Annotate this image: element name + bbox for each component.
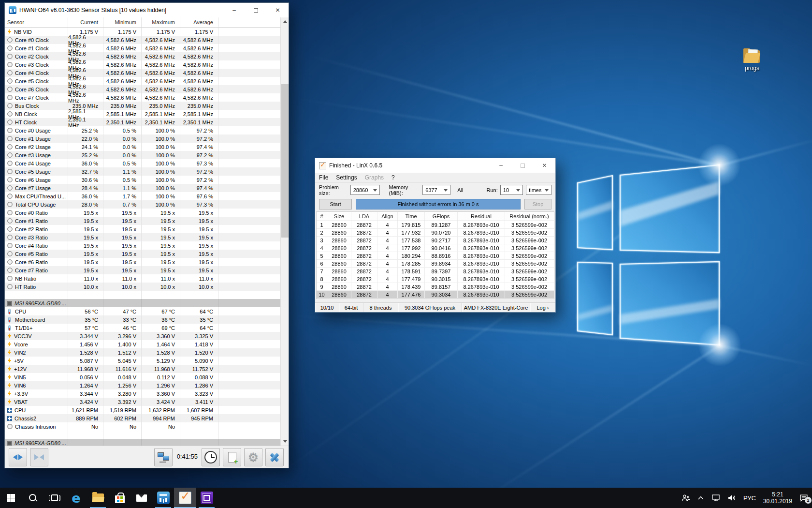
desktop-icon-progs[interactable]: progs <box>733 48 771 72</box>
log-link[interactable]: Log › <box>530 303 555 312</box>
sensor-row[interactable]: VBAT3.424 V3.392 V3.424 V3.411 V <box>5 398 281 406</box>
speaker-icon[interactable] <box>727 494 736 502</box>
sensor-row[interactable]: VIN50.056 V0.048 V0.112 V0.088 V <box>5 373 281 381</box>
taskbar-item-explorer[interactable] <box>87 488 109 508</box>
sensor-row[interactable]: Core #2 Ratio19.5 x19.5 x19.5 x19.5 x <box>5 225 281 233</box>
start-button[interactable] <box>0 488 22 508</box>
sensor-row[interactable]: Core #2 Clock4,582.6 MHz4,582.6 MHz4,582… <box>5 52 281 60</box>
menu-graphs[interactable]: Graphs <box>361 174 388 181</box>
sensor-row[interactable]: Core #5 Usage32.7 %1.1 %100.0 %97.2 % <box>5 167 281 176</box>
sensor-row[interactable]: Core #1 Clock4,582.6 MHz4,582.6 MHz4,582… <box>5 44 281 52</box>
scroll-up-icon[interactable] <box>281 17 289 26</box>
sensor-row[interactable]: CPU56 °C47 °C67 °C64 °C <box>5 307 281 315</box>
minimize-icon[interactable]: – <box>490 158 512 173</box>
network-icon[interactable] <box>711 494 720 502</box>
maximize-icon[interactable] <box>245 3 267 17</box>
stop-button[interactable]: Stop <box>524 199 551 209</box>
scrollbar-thumb[interactable] <box>281 84 289 238</box>
result-row[interactable]: 1028860288724177.47690.30348.267893e-010… <box>317 291 554 299</box>
sensor-row[interactable]: Core #1 Ratio19.5 x19.5 x19.5 x19.5 x <box>5 217 281 225</box>
sensor-row[interactable]: Max CPU/Thread U...36.0 %1.7 %100.0 %97.… <box>5 192 281 200</box>
expand-columns-button[interactable] <box>9 448 27 466</box>
sensor-row[interactable]: VIN21.528 V1.512 V1.528 V1.520 V <box>5 348 281 357</box>
close-sensors-button[interactable] <box>265 448 284 466</box>
settings-button[interactable]: ⚙ <box>244 448 262 466</box>
result-row[interactable]: 228860288724177.93290.07208.267893e-0103… <box>317 229 554 237</box>
sensor-row[interactable]: Chassis2889 RPM602 RPM994 RPM945 RPM <box>5 414 281 422</box>
sensor-row[interactable]: Core #7 Clock4,582.6 MHz4,582.6 MHz4,582… <box>5 93 281 102</box>
sensor-row[interactable]: Chassis IntrusionNoNoNo <box>5 422 281 431</box>
sensor-row[interactable]: Core #7 Usage28.4 %1.1 %100.0 %97.4 % <box>5 184 281 192</box>
taskbar-item-store[interactable] <box>109 488 130 508</box>
sensor-row[interactable]: VIN61.264 V1.256 V1.296 V1.286 V <box>5 381 281 389</box>
sensor-row[interactable]: +12V11.968 V11.616 V11.968 V11.752 V <box>5 365 281 373</box>
search-button[interactable] <box>22 488 44 508</box>
sensor-row[interactable]: T1/D1+57 °C46 °C69 °C64 °C <box>5 324 281 332</box>
result-row[interactable]: 128860288724179.81589.12878.267893e-0103… <box>317 221 554 229</box>
column-minimum[interactable]: Minimum <box>103 17 142 27</box>
hwinfo-titlebar[interactable]: HWiNFO64 v6.01-3630 Sensor Status [10 va… <box>5 3 289 17</box>
sensor-row[interactable]: Total CPU Usage28.0 %0.7 %100.0 %97.3 % <box>5 200 281 209</box>
vertical-scrollbar[interactable] <box>280 17 289 446</box>
sensor-row[interactable]: NB Clock2,585.1 MHz2,585.1 MHz2,585.1 MH… <box>5 110 281 118</box>
sensor-section-row[interactable]: MSI 990FXA-GD80 ... <box>5 299 281 307</box>
menu-help[interactable]: ? <box>388 174 399 181</box>
sensor-row[interactable]: HT Ratio10.0 x10.0 x10.0 x10.0 x <box>5 283 281 291</box>
result-row[interactable]: 428860288724177.99290.04168.267893e-0103… <box>317 244 554 252</box>
sensor-section-row[interactable]: MSI 990FXA-GD80 ... <box>5 439 281 446</box>
sensor-row[interactable]: Core #4 Usage36.0 %0.5 %100.0 %97.3 % <box>5 159 281 167</box>
result-row[interactable]: 628860288724178.28589.89348.267893e-0103… <box>317 260 554 268</box>
run-count-select[interactable]: 10 <box>500 185 523 195</box>
sensor-row[interactable]: Core #6 Ratio19.5 x19.5 x19.5 x19.5 x <box>5 258 281 266</box>
tray-clock[interactable]: 5:21 30.01.2019 <box>763 491 792 505</box>
result-row[interactable]: 828860288724177.47990.30158.267893e-0103… <box>317 275 554 283</box>
result-row[interactable]: 728860288724178.59189.73978.267893e-0103… <box>317 268 554 275</box>
clock-button[interactable] <box>202 448 220 466</box>
sensor-row[interactable]: Vcore1.456 V1.400 V1.464 V1.418 V <box>5 340 281 348</box>
run-units-select[interactable]: times <box>526 185 551 195</box>
taskbar-item-hwinfo[interactable] <box>152 488 174 508</box>
sensor-row[interactable]: NB Ratio11.0 x11.0 x11.0 x11.0 x <box>5 274 281 283</box>
sensor-row[interactable]: Motherboard35 °C33 °C36 °C35 °C <box>5 315 281 324</box>
sensor-row[interactable]: Core #5 Ratio19.5 x19.5 x19.5 x19.5 x <box>5 250 281 258</box>
menu-settings[interactable]: Settings <box>332 174 361 181</box>
sensor-row[interactable]: VCC3V3.344 V3.296 V3.360 V3.325 V <box>5 332 281 340</box>
maximize-icon[interactable] <box>512 158 534 173</box>
sensor-row[interactable]: Core #6 Clock4,582.6 MHz4,582.6 MHz4,582… <box>5 85 281 93</box>
memory-select[interactable]: 6377 <box>422 185 450 195</box>
column-current[interactable]: Current <box>68 17 103 27</box>
scroll-down-icon[interactable] <box>281 437 289 446</box>
sensor-row[interactable]: Core #3 Ratio19.5 x19.5 x19.5 x19.5 x <box>5 233 281 241</box>
start-button[interactable]: Start <box>319 199 352 209</box>
sensor-row[interactable]: +3.3V3.344 V3.280 V3.360 V3.323 V <box>5 389 281 398</box>
task-view-button[interactable] <box>44 488 65 508</box>
sensor-row[interactable]: Core #1 Usage22.0 %0.0 %100.0 %97.2 % <box>5 134 281 143</box>
chevron-up-icon[interactable] <box>697 495 704 500</box>
result-row[interactable]: 928860288724178.43989.81578.267893e-0103… <box>317 283 554 291</box>
sensor-row[interactable]: Core #3 Clock4,582.6 MHz4,582.6 MHz4,582… <box>5 60 281 69</box>
taskbar-item-edge[interactable]: e <box>65 488 87 508</box>
column-sensor[interactable]: Sensor <box>5 17 68 27</box>
sensor-row[interactable]: Bus Clock235.0 MHz235.0 MHz235.0 MHz235.… <box>5 102 281 110</box>
sensor-row[interactable]: Core #2 Usage24.1 %0.0 %100.0 %97.4 % <box>5 143 281 151</box>
sensor-row[interactable]: Core #7 Ratio19.5 x19.5 x19.5 x19.5 x <box>5 266 281 274</box>
problem-size-select[interactable]: 28860 <box>350 185 380 195</box>
sensor-row[interactable]: Core #0 Clock4,582.6 MHz4,582.6 MHz4,582… <box>5 36 281 44</box>
close-icon[interactable]: ✕ <box>267 3 289 17</box>
sensor-row[interactable]: +5V5.087 V5.045 V5.129 V5.090 V <box>5 357 281 365</box>
linx-titlebar[interactable]: Finished - LinX 0.6.5 – ✕ <box>315 158 555 173</box>
sensor-row[interactable]: Core #0 Usage25.2 %0.5 %100.0 %97.2 % <box>5 126 281 134</box>
minimize-icon[interactable]: – <box>223 3 245 17</box>
taskbar-item-cpu-tool[interactable] <box>196 488 218 508</box>
close-icon[interactable]: ✕ <box>534 158 555 173</box>
language-indicator[interactable]: РУС <box>743 494 756 502</box>
column-maximum[interactable]: Maximum <box>142 17 180 27</box>
sensor-row[interactable]: Core #0 Ratio19.5 x19.5 x19.5 x19.5 x <box>5 209 281 217</box>
taskbar-item-mail[interactable] <box>130 488 152 508</box>
column-average[interactable]: Average <box>180 17 218 27</box>
sensor-row[interactable]: Core #5 Clock4,582.6 MHz4,582.6 MHz4,582… <box>5 77 281 85</box>
sensor-row[interactable]: Core #3 Usage25.2 %0.0 %100.0 %97.2 % <box>5 151 281 159</box>
action-center-button[interactable]: 2 <box>799 494 808 502</box>
sensor-row[interactable]: HT Clock2,350.1 MHz2,350.1 MHz2,350.1 MH… <box>5 118 281 126</box>
sensor-row[interactable]: CPU1,621 RPM1,519 RPM1,632 RPM1,607 RPM <box>5 406 281 414</box>
